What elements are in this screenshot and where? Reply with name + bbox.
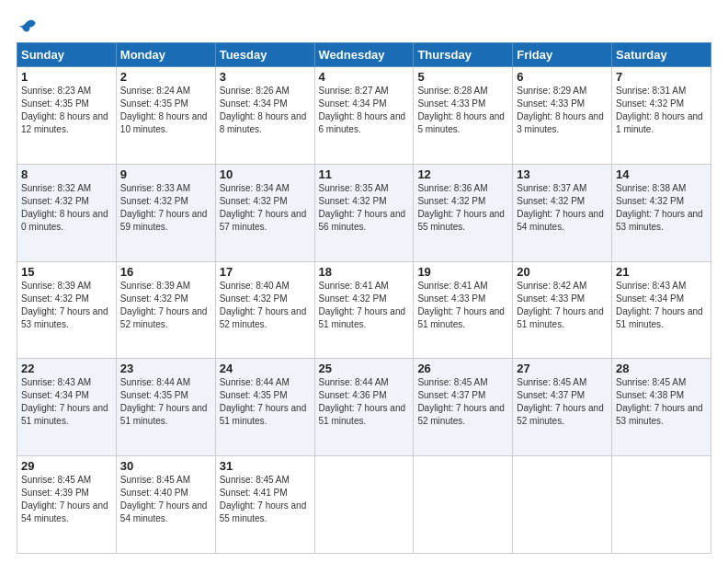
- day-number: 7: [616, 70, 707, 84]
- day-number: 6: [517, 70, 608, 84]
- day-info: Sunrise: 8:31 AMSunset: 4:32 PMDaylight:…: [616, 85, 707, 136]
- table-row: 15Sunrise: 8:39 AMSunset: 4:32 PMDayligh…: [17, 261, 117, 359]
- table-row: 20Sunrise: 8:42 AMSunset: 4:33 PMDayligh…: [513, 261, 612, 359]
- header-row: Sunday Monday Tuesday Wednesday Thursday…: [17, 43, 711, 67]
- day-info: Sunrise: 8:35 AMSunset: 4:32 PMDaylight:…: [319, 182, 410, 234]
- calendar-week-2: 15Sunrise: 8:39 AMSunset: 4:32 PMDayligh…: [17, 261, 711, 359]
- header: [17, 17, 711, 35]
- table-row: 25Sunrise: 8:44 AMSunset: 4:36 PMDayligh…: [314, 359, 414, 456]
- calendar-week-0: 1Sunrise: 8:23 AMSunset: 4:35 PMDaylight…: [17, 67, 711, 165]
- day-number: 24: [220, 362, 311, 375]
- table-row: [513, 456, 612, 554]
- col-thursday: Thursday: [414, 43, 513, 67]
- table-row: [414, 456, 513, 554]
- day-number: 23: [120, 362, 211, 375]
- table-row: 4Sunrise: 8:27 AMSunset: 4:34 PMDaylight…: [314, 67, 414, 165]
- logo-bird-icon: [18, 17, 37, 35]
- day-info: Sunrise: 8:43 AMSunset: 4:34 PMDaylight:…: [21, 376, 112, 428]
- day-number: 25: [319, 362, 410, 375]
- table-row: 10Sunrise: 8:34 AMSunset: 4:32 PMDayligh…: [215, 164, 314, 261]
- table-row: 6Sunrise: 8:29 AMSunset: 4:33 PMDaylight…: [513, 67, 612, 165]
- table-row: 23Sunrise: 8:44 AMSunset: 4:35 PMDayligh…: [116, 359, 215, 456]
- day-number: 16: [120, 265, 211, 279]
- day-number: 26: [417, 362, 508, 375]
- col-monday: Monday: [116, 43, 215, 67]
- day-info: Sunrise: 8:44 AMSunset: 4:35 PMDaylight:…: [120, 376, 211, 428]
- table-row: 19Sunrise: 8:41 AMSunset: 4:33 PMDayligh…: [414, 261, 513, 359]
- day-number: 10: [220, 167, 311, 181]
- day-number: 11: [319, 167, 410, 181]
- table-row: 22Sunrise: 8:43 AMSunset: 4:34 PMDayligh…: [17, 359, 117, 456]
- day-info: Sunrise: 8:42 AMSunset: 4:33 PMDaylight:…: [517, 280, 608, 331]
- day-info: Sunrise: 8:27 AMSunset: 4:34 PMDaylight:…: [319, 85, 410, 136]
- table-row: 11Sunrise: 8:35 AMSunset: 4:32 PMDayligh…: [314, 164, 414, 261]
- day-info: Sunrise: 8:37 AMSunset: 4:32 PMDaylight:…: [517, 182, 608, 234]
- day-number: 2: [120, 70, 211, 84]
- col-wednesday: Wednesday: [314, 43, 414, 67]
- table-row: [612, 456, 711, 554]
- day-info: Sunrise: 8:29 AMSunset: 4:33 PMDaylight:…: [517, 85, 608, 136]
- table-row: 16Sunrise: 8:39 AMSunset: 4:32 PMDayligh…: [116, 261, 215, 359]
- day-number: 21: [616, 265, 707, 279]
- day-info: Sunrise: 8:32 AMSunset: 4:32 PMDaylight:…: [21, 182, 112, 234]
- page: Sunday Monday Tuesday Wednesday Thursday…: [0, 0, 728, 563]
- calendar-week-4: 29Sunrise: 8:45 AMSunset: 4:39 PMDayligh…: [17, 456, 711, 554]
- day-number: 9: [120, 167, 211, 181]
- day-number: 13: [517, 167, 608, 181]
- day-number: 14: [616, 167, 707, 181]
- table-row: 27Sunrise: 8:45 AMSunset: 4:37 PMDayligh…: [513, 359, 612, 456]
- day-number: 29: [21, 459, 112, 473]
- table-row: 26Sunrise: 8:45 AMSunset: 4:37 PMDayligh…: [414, 359, 513, 456]
- day-number: 19: [417, 265, 508, 279]
- table-row: 14Sunrise: 8:38 AMSunset: 4:32 PMDayligh…: [612, 164, 711, 261]
- day-info: Sunrise: 8:45 AMSunset: 4:41 PMDaylight:…: [220, 474, 311, 525]
- day-info: Sunrise: 8:28 AMSunset: 4:33 PMDaylight:…: [417, 85, 508, 136]
- calendar-week-3: 22Sunrise: 8:43 AMSunset: 4:34 PMDayligh…: [17, 359, 711, 456]
- table-row: 28Sunrise: 8:45 AMSunset: 4:38 PMDayligh…: [612, 359, 711, 456]
- table-row: 9Sunrise: 8:33 AMSunset: 4:32 PMDaylight…: [116, 164, 215, 261]
- day-number: 4: [319, 70, 410, 84]
- day-number: 17: [220, 265, 311, 279]
- table-row: 1Sunrise: 8:23 AMSunset: 4:35 PMDaylight…: [17, 67, 117, 165]
- day-info: Sunrise: 8:23 AMSunset: 4:35 PMDaylight:…: [21, 85, 112, 136]
- day-number: 27: [517, 362, 608, 375]
- table-row: 18Sunrise: 8:41 AMSunset: 4:32 PMDayligh…: [314, 261, 414, 359]
- calendar-table: Sunday Monday Tuesday Wednesday Thursday…: [17, 42, 711, 554]
- table-row: 7Sunrise: 8:31 AMSunset: 4:32 PMDaylight…: [612, 67, 711, 165]
- day-number: 8: [21, 167, 112, 181]
- day-info: Sunrise: 8:45 AMSunset: 4:40 PMDaylight:…: [120, 474, 211, 525]
- col-friday: Friday: [513, 43, 612, 67]
- day-info: Sunrise: 8:45 AMSunset: 4:38 PMDaylight:…: [616, 376, 707, 428]
- day-info: Sunrise: 8:41 AMSunset: 4:33 PMDaylight:…: [417, 280, 508, 331]
- day-info: Sunrise: 8:45 AMSunset: 4:39 PMDaylight:…: [21, 474, 112, 525]
- day-info: Sunrise: 8:34 AMSunset: 4:32 PMDaylight:…: [220, 182, 311, 234]
- day-number: 31: [220, 459, 311, 473]
- table-row: 30Sunrise: 8:45 AMSunset: 4:40 PMDayligh…: [116, 456, 215, 554]
- day-info: Sunrise: 8:43 AMSunset: 4:34 PMDaylight:…: [616, 280, 707, 331]
- day-info: Sunrise: 8:39 AMSunset: 4:32 PMDaylight:…: [120, 280, 211, 331]
- day-info: Sunrise: 8:39 AMSunset: 4:32 PMDaylight:…: [21, 280, 112, 331]
- calendar-week-1: 8Sunrise: 8:32 AMSunset: 4:32 PMDaylight…: [17, 164, 711, 261]
- day-info: Sunrise: 8:24 AMSunset: 4:35 PMDaylight:…: [120, 85, 211, 136]
- day-number: 1: [21, 70, 112, 84]
- table-row: 29Sunrise: 8:45 AMSunset: 4:39 PMDayligh…: [17, 456, 117, 554]
- day-info: Sunrise: 8:44 AMSunset: 4:35 PMDaylight:…: [220, 376, 311, 428]
- day-number: 5: [417, 70, 508, 84]
- table-row: 2Sunrise: 8:24 AMSunset: 4:35 PMDaylight…: [116, 67, 215, 165]
- day-info: Sunrise: 8:41 AMSunset: 4:32 PMDaylight:…: [319, 280, 410, 331]
- col-saturday: Saturday: [612, 43, 711, 67]
- day-number: 30: [120, 459, 211, 473]
- day-number: 22: [21, 362, 112, 375]
- day-number: 15: [21, 265, 112, 279]
- day-info: Sunrise: 8:45 AMSunset: 4:37 PMDaylight:…: [517, 376, 608, 428]
- day-info: Sunrise: 8:33 AMSunset: 4:32 PMDaylight:…: [120, 182, 211, 234]
- table-row: 13Sunrise: 8:37 AMSunset: 4:32 PMDayligh…: [513, 164, 612, 261]
- day-number: 18: [319, 265, 410, 279]
- day-info: Sunrise: 8:45 AMSunset: 4:37 PMDaylight:…: [417, 376, 508, 428]
- logo: [17, 17, 39, 35]
- table-row: 8Sunrise: 8:32 AMSunset: 4:32 PMDaylight…: [17, 164, 117, 261]
- table-row: 12Sunrise: 8:36 AMSunset: 4:32 PMDayligh…: [414, 164, 513, 261]
- day-number: 28: [616, 362, 707, 375]
- day-info: Sunrise: 8:40 AMSunset: 4:32 PMDaylight:…: [220, 280, 311, 331]
- col-sunday: Sunday: [17, 43, 117, 67]
